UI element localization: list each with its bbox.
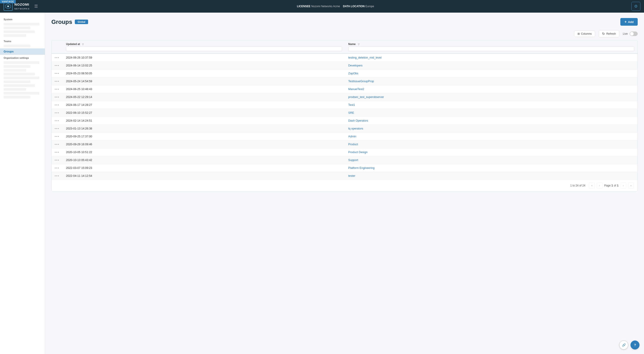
first-page-button[interactable] bbox=[589, 183, 595, 188]
table-row: 2020-09-25 17:37:00Admin bbox=[52, 133, 638, 140]
global-badge[interactable]: Global bbox=[75, 19, 88, 24]
row-actions[interactable] bbox=[55, 97, 60, 97]
row-actions[interactable] bbox=[55, 65, 60, 66]
group-name-link[interactable]: TestIssueGroupProp bbox=[348, 80, 374, 83]
name-cell: lq operators bbox=[345, 125, 638, 133]
sidebar-blur-item bbox=[4, 76, 40, 79]
group-name-link[interactable]: Product bbox=[348, 143, 358, 146]
action-dot bbox=[55, 136, 56, 137]
table-row: 2024-05-23 08:50:05ZapObs bbox=[52, 70, 638, 77]
sidebar-section-system: System bbox=[0, 16, 45, 22]
name-cell: Developers bbox=[345, 62, 638, 70]
name-cell: Test1 bbox=[345, 101, 638, 109]
gear-icon bbox=[634, 4, 638, 9]
bottom-right-buttons bbox=[619, 341, 640, 350]
row-actions[interactable] bbox=[55, 168, 60, 168]
action-dot bbox=[58, 144, 59, 145]
name-filter-input[interactable] bbox=[348, 47, 634, 51]
action-dot bbox=[58, 152, 59, 153]
group-name-link[interactable]: ZapObs bbox=[348, 72, 358, 75]
page-title: Groups bbox=[52, 18, 72, 25]
current-page: 1 bbox=[612, 184, 613, 187]
add-button-label: Add bbox=[628, 20, 634, 24]
action-dot bbox=[56, 160, 57, 161]
range-start: 1 bbox=[570, 184, 572, 187]
refresh-icon bbox=[602, 32, 605, 36]
live-toggle-switch[interactable] bbox=[630, 31, 638, 36]
toggle-knob bbox=[630, 32, 634, 35]
columns-button[interactable]: Columns bbox=[574, 31, 595, 37]
add-button[interactable]: Add bbox=[620, 18, 638, 26]
table-row: 2024-05-24 14:54:59TestIssueGroupProp bbox=[52, 77, 638, 85]
group-name-link[interactable]: testing_deletion_mid_level bbox=[348, 56, 382, 59]
action-dot bbox=[58, 128, 59, 129]
action-dot bbox=[55, 120, 56, 121]
updated-at-cell: 2024-06-25 10:48:43 bbox=[63, 85, 345, 93]
row-actions-cell bbox=[52, 172, 63, 180]
hamburger-menu[interactable]: ☰ bbox=[32, 3, 40, 10]
row-actions-cell bbox=[52, 133, 63, 140]
page-header: Groups Global Add bbox=[52, 18, 638, 26]
row-actions-cell bbox=[52, 62, 63, 70]
settings-button[interactable] bbox=[632, 2, 640, 11]
next-page-button[interactable] bbox=[620, 183, 626, 188]
action-dot bbox=[58, 175, 59, 176]
action-dot bbox=[58, 112, 59, 113]
row-actions[interactable] bbox=[55, 104, 60, 105]
group-name-link[interactable]: Developers bbox=[348, 64, 362, 67]
updated-at-filter-input[interactable] bbox=[66, 47, 342, 51]
group-name-link[interactable]: tester bbox=[348, 174, 355, 177]
action-dot bbox=[56, 73, 57, 74]
row-actions[interactable] bbox=[55, 175, 60, 176]
row-actions[interactable] bbox=[55, 160, 60, 161]
row-actions[interactable] bbox=[55, 89, 60, 90]
updated-at-label: Updated at bbox=[66, 42, 80, 46]
group-name-link[interactable]: Test1 bbox=[348, 103, 355, 106]
group-name-link[interactable]: Product Design bbox=[348, 151, 368, 154]
logo-text: NOZOMINETWORKS bbox=[14, 2, 30, 10]
prev-page-button[interactable] bbox=[597, 183, 602, 188]
sidebar-blur-item bbox=[4, 88, 26, 91]
row-actions[interactable] bbox=[55, 112, 60, 113]
link-button[interactable] bbox=[619, 341, 628, 350]
group-name-link[interactable]: Support bbox=[348, 159, 358, 162]
group-name-link[interactable]: SRE bbox=[348, 111, 354, 114]
updated-at-cell: 2022-03-07 15:09:23 bbox=[63, 164, 345, 172]
group-name-link[interactable]: Admin bbox=[348, 135, 356, 138]
updated-at-cell: 2023-01-13 14:26:38 bbox=[63, 125, 345, 133]
group-name-link[interactable]: ManuelTest2 bbox=[348, 88, 364, 91]
row-actions[interactable] bbox=[55, 81, 60, 82]
name-cell: SRE bbox=[345, 109, 638, 117]
action-dot bbox=[55, 104, 56, 105]
row-actions[interactable] bbox=[55, 136, 60, 137]
licensee-label: LICENSEE bbox=[297, 5, 310, 8]
updated-at-cell: 2020-10-13 05:43:42 bbox=[63, 156, 345, 164]
action-dot bbox=[55, 152, 56, 153]
sidebar-blur-item bbox=[4, 30, 35, 33]
row-actions[interactable] bbox=[55, 57, 60, 58]
group-name-link[interactable]: Dash Operators bbox=[348, 119, 368, 122]
group-name-link[interactable]: Platform Engineering bbox=[348, 166, 375, 170]
row-actions[interactable] bbox=[55, 128, 60, 129]
sidebar-item-groups[interactable]: Groups bbox=[0, 48, 45, 55]
last-page-button[interactable] bbox=[628, 183, 634, 188]
sidebar-blur-item bbox=[4, 44, 30, 47]
page-header-left: Groups Global bbox=[52, 18, 88, 25]
help-button[interactable] bbox=[630, 341, 640, 350]
sidebar-blur-item bbox=[4, 61, 40, 64]
row-actions[interactable] bbox=[55, 152, 60, 153]
first-icon bbox=[591, 184, 592, 187]
row-actions[interactable] bbox=[55, 73, 60, 74]
table-toolbar: Columns Refresh Live bbox=[52, 30, 638, 37]
action-dot bbox=[56, 152, 57, 153]
refresh-button[interactable]: Refresh bbox=[599, 30, 619, 37]
action-dot bbox=[55, 128, 56, 129]
row-actions[interactable] bbox=[55, 120, 60, 121]
action-dot bbox=[58, 168, 59, 168]
group-name-link[interactable]: lq operators bbox=[348, 127, 363, 130]
row-actions-cell bbox=[52, 148, 63, 156]
group-name-link[interactable]: prodsec_test_superobserver bbox=[348, 95, 384, 99]
row-actions[interactable] bbox=[55, 144, 60, 145]
table-row: 2023-01-13 14:26:38lq operators bbox=[52, 125, 638, 133]
row-actions-cell bbox=[52, 140, 63, 148]
